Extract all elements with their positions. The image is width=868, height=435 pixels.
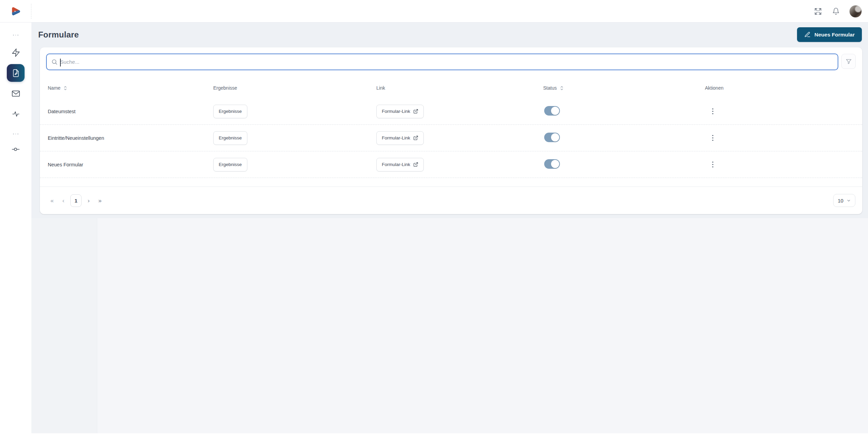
notifications-button[interactable]: [831, 6, 840, 16]
row-actions-menu-button[interactable]: [708, 133, 717, 144]
table-spacer: [40, 178, 862, 186]
pencil-icon: [804, 31, 811, 38]
sidebar-item-automations[interactable]: [7, 44, 25, 61]
last-page-button[interactable]: »: [96, 196, 104, 206]
chevron-down-icon: [847, 198, 851, 203]
page-size-value: 10: [838, 198, 843, 204]
column-header-results: Ergebnisse: [213, 85, 376, 91]
app-logo-icon[interactable]: [10, 5, 22, 17]
column-header-name[interactable]: Name: [48, 85, 213, 91]
first-page-button[interactable]: «: [48, 196, 56, 206]
sort-icon[interactable]: [560, 86, 564, 91]
user-avatar[interactable]: [849, 5, 862, 18]
activity-icon: [12, 110, 20, 118]
search-icon: [51, 59, 58, 65]
table-row: Dateumstest Ergebnisse Formular-Link: [40, 98, 862, 125]
page-bottom-edge: [0, 433, 868, 435]
previous-page-button[interactable]: ‹: [60, 196, 67, 206]
new-form-button[interactable]: Neues Formular: [797, 27, 862, 42]
sidebar-item-activity[interactable]: [7, 105, 25, 123]
external-link-icon: [413, 162, 418, 167]
table-header-row: Name Ergebnisse Link Status: [40, 78, 862, 98]
bell-icon: [832, 7, 840, 15]
search-field-wrapper: [46, 54, 838, 70]
sidebar-overflow-top-icon[interactable]: [13, 33, 18, 38]
form-link-button[interactable]: Formular-Link: [376, 158, 424, 171]
form-link-button[interactable]: Formular-Link: [376, 131, 424, 145]
next-page-button[interactable]: ›: [85, 196, 92, 206]
sort-icon[interactable]: [63, 86, 67, 91]
pagination-controls: « ‹ 1 › »: [48, 194, 104, 207]
sidebar-overflow-bottom-icon[interactable]: [13, 132, 18, 136]
page-title: Formulare: [38, 30, 79, 40]
document-edit-icon: [12, 69, 20, 77]
form-name: Neues Formular: [48, 162, 213, 167]
external-link-icon: [413, 135, 418, 140]
page-size-select[interactable]: 10: [833, 194, 855, 207]
sidebar: [0, 22, 31, 435]
topbar-divider: [31, 4, 31, 19]
results-button[interactable]: Ergebnisse: [213, 131, 247, 145]
text-caret: [60, 59, 61, 66]
commit-slider-icon: [11, 145, 20, 154]
sidebar-item-mail[interactable]: [7, 85, 25, 102]
expand-icon: [814, 7, 822, 15]
row-actions-menu-button[interactable]: [708, 106, 717, 117]
status-toggle-on[interactable]: [544, 159, 560, 169]
topbar: [0, 0, 868, 22]
form-name: Dateumstest: [48, 109, 213, 114]
form-link-button[interactable]: Formular-Link: [376, 105, 424, 118]
zap-icon: [11, 48, 20, 57]
results-button[interactable]: Ergebnisse: [213, 158, 247, 171]
filter-funnel-icon: [845, 58, 852, 65]
external-link-icon: [413, 109, 418, 114]
column-header-actions: Aktionen: [705, 85, 854, 91]
page-header: Formulare Neues Formular: [31, 22, 868, 48]
sidebar-item-forms-active[interactable]: [7, 64, 25, 82]
search-row: [40, 47, 862, 70]
search-input[interactable]: [60, 54, 838, 70]
table-row: Neues Formular Ergebnisse Formular-Link: [40, 151, 862, 178]
sticky-column-strip: [31, 218, 97, 433]
table-row: Eintritte/Neueinstellungen Ergebnisse Fo…: [40, 125, 862, 151]
row-actions-menu-button[interactable]: [708, 159, 717, 170]
fullscreen-button[interactable]: [813, 7, 823, 16]
status-toggle-on[interactable]: [544, 106, 560, 116]
mail-icon: [11, 89, 20, 98]
topbar-actions: [813, 0, 862, 22]
results-button[interactable]: Ergebnisse: [213, 105, 247, 118]
form-name: Eintritte/Neueinstellungen: [48, 135, 213, 141]
pagination-row: « ‹ 1 › » 10: [40, 186, 862, 214]
sidebar-item-settings-slider[interactable]: [7, 140, 25, 158]
status-toggle-on[interactable]: [544, 133, 560, 142]
current-page-button[interactable]: 1: [70, 194, 82, 207]
main-content: Formulare Neues Formular: [31, 22, 868, 435]
column-header-link: Link: [376, 85, 543, 91]
forms-card: Name Ergebnisse Link Status: [40, 47, 862, 214]
column-header-status[interactable]: Status: [543, 85, 705, 91]
filter-button[interactable]: [841, 54, 856, 69]
new-form-button-label: Neues Formular: [814, 32, 855, 38]
